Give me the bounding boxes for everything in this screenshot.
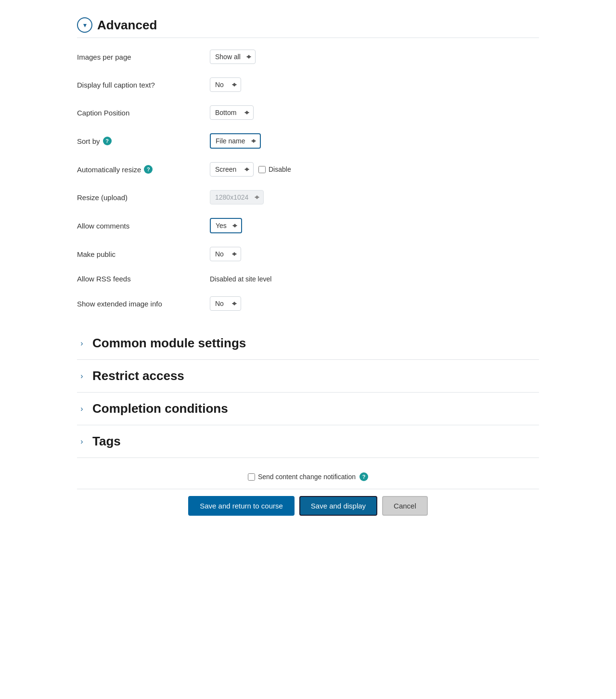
completion-conditions-title: Completion conditions: [92, 401, 228, 416]
tags-chevron-icon: ›: [77, 437, 87, 446]
disable-checkbox[interactable]: [258, 166, 266, 173]
sort-by-help-icon[interactable]: ?: [103, 137, 112, 145]
display-full-caption-select[interactable]: No Yes: [210, 77, 241, 92]
show-extended-select[interactable]: No Yes: [210, 296, 241, 311]
auto-resize-label: Automatically resize ?: [77, 165, 202, 174]
restrict-access-chevron-icon: ›: [77, 371, 87, 381]
show-extended-row: Show extended image info No Yes: [77, 290, 539, 318]
display-full-caption-label: Display full caption text?: [77, 81, 202, 89]
collapsed-sections: › Common module settings › Restrict acce…: [77, 327, 539, 458]
display-full-caption-control: No Yes: [210, 77, 241, 92]
allow-rss-row: Allow RSS feeds Disabled at site level: [77, 268, 539, 290]
caption-position-row: Caption Position Bottom Top Overlay: [77, 99, 539, 127]
allow-rss-value: Disabled at site level: [210, 275, 271, 283]
resize-upload-select[interactable]: 1280x1024 800x600 640x480 None: [210, 190, 264, 204]
advanced-section-title: Advanced: [97, 18, 157, 33]
auto-resize-row: Automatically resize ? Screen None Custo…: [77, 155, 539, 183]
completion-conditions-section[interactable]: › Completion conditions: [77, 393, 539, 425]
images-per-page-select[interactable]: Show all 1 2 3 5 10 20 All: [210, 50, 256, 64]
show-extended-control: No Yes: [210, 296, 241, 311]
caption-position-control: Bottom Top Overlay: [210, 105, 254, 120]
make-public-row: Make public No Yes: [77, 240, 539, 268]
auto-resize-control: Screen None Custom Disable: [210, 162, 291, 177]
notification-checkbox[interactable]: [248, 473, 255, 481]
cancel-button[interactable]: Cancel: [382, 496, 428, 516]
restrict-access-title: Restrict access: [92, 369, 184, 383]
resize-upload-label: Resize (upload): [77, 193, 202, 202]
resize-upload-control: 1280x1024 800x600 640x480 None: [210, 190, 264, 204]
allow-comments-row: Allow comments Yes No: [77, 211, 539, 240]
display-full-caption-row: Display full caption text? No Yes: [77, 71, 539, 99]
notification-checkbox-wrapper: Send content change notification: [248, 473, 356, 481]
make-public-select[interactable]: No Yes: [210, 247, 241, 261]
page-container: ▾ Advanced Images per page Show all 1 2 …: [63, 0, 553, 549]
auto-resize-select[interactable]: Screen None Custom: [210, 162, 254, 177]
allow-rss-label: Allow RSS feeds: [77, 275, 202, 283]
sort-by-control: File name Date Random: [210, 133, 261, 149]
save-display-button[interactable]: Save and display: [299, 496, 377, 516]
advanced-section-header[interactable]: ▾ Advanced: [77, 10, 539, 38]
caption-position-select[interactable]: Bottom Top Overlay: [210, 105, 254, 120]
images-per-page-row: Images per page Show all 1 2 3 5 10 20 A…: [77, 43, 539, 71]
sort-by-label: Sort by ?: [77, 137, 202, 145]
notification-label: Send content change notification: [258, 473, 356, 481]
sort-by-select[interactable]: File name Date Random: [210, 133, 261, 149]
common-module-title: Common module settings: [92, 336, 246, 351]
allow-comments-select[interactable]: Yes No: [210, 218, 242, 233]
action-buttons-row: Save and return to course Save and displ…: [77, 489, 539, 530]
advanced-form-section: Images per page Show all 1 2 3 5 10 20 A…: [77, 38, 539, 327]
completion-conditions-chevron-icon: ›: [77, 404, 87, 414]
caption-position-label: Caption Position: [77, 109, 202, 117]
allow-rss-control: Disabled at site level: [210, 275, 271, 283]
common-module-chevron-icon: ›: [77, 339, 87, 348]
save-return-button[interactable]: Save and return to course: [188, 496, 295, 516]
allow-comments-label: Allow comments: [77, 222, 202, 230]
tags-title: Tags: [92, 434, 121, 449]
show-extended-label: Show extended image info: [77, 300, 202, 308]
tags-section[interactable]: › Tags: [77, 425, 539, 458]
common-module-section[interactable]: › Common module settings: [77, 327, 539, 360]
advanced-chevron-icon[interactable]: ▾: [77, 17, 92, 33]
notification-help-icon[interactable]: ?: [359, 472, 368, 481]
images-per-page-control: Show all 1 2 3 5 10 20 All: [210, 50, 256, 64]
disable-label: Disable: [269, 165, 291, 173]
images-per-page-label: Images per page: [77, 53, 202, 61]
make-public-label: Make public: [77, 250, 202, 258]
make-public-control: No Yes: [210, 247, 241, 261]
restrict-access-section[interactable]: › Restrict access: [77, 360, 539, 393]
resize-upload-row: Resize (upload) 1280x1024 800x600 640x48…: [77, 183, 539, 211]
notification-row: Send content change notification ?: [77, 463, 539, 489]
allow-comments-control: Yes No: [210, 218, 242, 233]
sort-by-row: Sort by ? File name Date Random: [77, 127, 539, 155]
disable-wrapper: Disable: [258, 165, 291, 173]
auto-resize-help-icon[interactable]: ?: [144, 165, 153, 174]
